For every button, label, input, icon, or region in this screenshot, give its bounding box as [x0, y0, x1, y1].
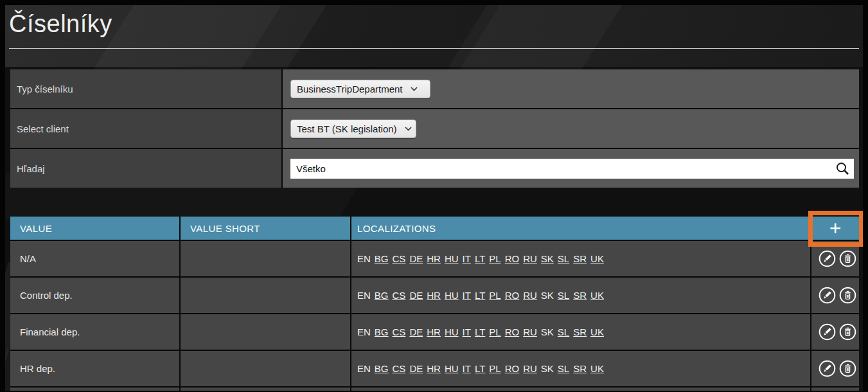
localization-link-ru[interactable]: RU: [523, 326, 537, 337]
delete-button[interactable]: [839, 287, 856, 304]
localization-link-it[interactable]: IT: [463, 253, 471, 264]
client-select-value: Test BT (SK legislation): [297, 123, 397, 134]
table-row: Financial dep. ENBGCSDEHRHUITLTPLRORUSKS…: [10, 314, 859, 350]
form-row-type: Typ číselníku BusinessTripDepartment: [10, 69, 859, 108]
row-localizations: ENBGCSDEHRHUITLTPLRORUSKSLSRUK: [351, 241, 810, 276]
localization-link-de[interactable]: DE: [409, 326, 423, 337]
form-row-client: Select client Test BT (SK legislation): [10, 109, 859, 148]
localization-link-ro[interactable]: RO: [505, 290, 520, 301]
localization-link-sk[interactable]: SK: [541, 253, 554, 264]
localization-link-de[interactable]: DE: [409, 253, 423, 264]
row-localizations: ENBGCSDEHRHUITLTPLRORUSKSLSRUK: [351, 278, 810, 313]
localization-link-sr[interactable]: SR: [573, 253, 587, 264]
localization-link-hu[interactable]: HU: [445, 326, 459, 337]
localization-link-ro[interactable]: RO: [505, 363, 520, 374]
localization-link-lt[interactable]: LT: [475, 290, 485, 301]
trash-icon: [839, 250, 856, 267]
localization-link-ro[interactable]: RO: [505, 253, 520, 264]
localization-link-sl[interactable]: SL: [558, 253, 569, 264]
localization-link-hr[interactable]: HR: [427, 290, 441, 301]
title-divider: [9, 48, 859, 49]
localization-link-bg[interactable]: BG: [375, 326, 389, 337]
localization-link-sr[interactable]: SR: [573, 363, 587, 374]
pencil-icon: [819, 287, 836, 304]
localization-label-en: EN: [357, 326, 371, 337]
row-value-short: [181, 314, 350, 350]
localization-link-ro[interactable]: RO: [505, 326, 520, 337]
search-value-cell: [283, 149, 859, 188]
localization-link-pl[interactable]: PL: [489, 253, 500, 264]
edit-button[interactable]: [819, 250, 836, 267]
filter-form: Typ číselníku BusinessTripDepartment Sel…: [10, 69, 859, 188]
localization-link-de[interactable]: DE: [409, 290, 423, 301]
pencil-icon: [819, 323, 836, 341]
localization-link-it[interactable]: IT: [463, 290, 471, 301]
localization-link-hu[interactable]: HU: [445, 290, 459, 301]
add-button[interactable]: +: [829, 218, 842, 238]
localization-link-cs[interactable]: CS: [393, 253, 406, 264]
row-actions: [811, 351, 859, 386]
edit-button[interactable]: [819, 287, 836, 304]
edit-button[interactable]: [819, 323, 836, 341]
localization-link-sl[interactable]: SL: [558, 363, 569, 374]
localization-link-pl[interactable]: PL: [489, 363, 500, 374]
localization-link-bg[interactable]: BG: [375, 290, 389, 301]
row-localizations: ENBGCSDEHRHUITLTPLRORUSKSLSRUK: [351, 314, 810, 350]
localization-link-it[interactable]: IT: [463, 326, 471, 337]
search-input[interactable]: [290, 159, 854, 179]
localization-link-cs[interactable]: CS: [393, 326, 406, 337]
row-actions: [811, 241, 859, 276]
delete-button[interactable]: [839, 250, 856, 267]
localization-link-bg[interactable]: BG: [375, 253, 389, 264]
localization-label-sk: SK: [541, 326, 554, 337]
localization-link-lt[interactable]: LT: [475, 253, 485, 264]
client-label: Select client: [10, 109, 281, 148]
row-value: Financial dep.: [10, 314, 179, 350]
localization-link-de[interactable]: DE: [409, 363, 423, 374]
edit-button[interactable]: [819, 360, 836, 377]
localization-link-hu[interactable]: HU: [445, 363, 459, 374]
localization-link-uk[interactable]: UK: [590, 290, 604, 301]
app-window: Číselníky Typ číselníku BusinessTripDepa…: [0, 0, 868, 392]
row-actions: [811, 278, 859, 313]
localization-link-hr[interactable]: HR: [427, 363, 441, 374]
localization-link-hr[interactable]: HR: [427, 326, 441, 337]
client-value-cell: Test BT (SK legislation): [283, 109, 859, 148]
localization-link-cs[interactable]: CS: [393, 363, 406, 374]
localization-link-lt[interactable]: LT: [475, 363, 485, 374]
localization-link-lt[interactable]: LT: [475, 326, 485, 337]
localization-link-ru[interactable]: RU: [523, 290, 537, 301]
localization-label-en: EN: [357, 363, 371, 374]
pencil-icon: [819, 250, 836, 267]
localization-link-sl[interactable]: SL: [558, 326, 569, 337]
localization-link-ru[interactable]: RU: [523, 253, 537, 264]
localization-link-uk[interactable]: UK: [590, 253, 604, 264]
table-body: N/A ENBGCSDEHRHUITLTPLRORUSKSLSRUK: [10, 240, 859, 386]
localization-link-it[interactable]: IT: [463, 363, 471, 374]
localization-link-sr[interactable]: SR: [573, 326, 587, 337]
localization-link-sl[interactable]: SL: [558, 290, 569, 301]
header-localizations: LOCALIZATIONS: [351, 217, 810, 240]
type-select[interactable]: BusinessTripDepartment: [290, 80, 430, 98]
localization-link-bg[interactable]: BG: [375, 363, 389, 374]
localization-link-hu[interactable]: HU: [445, 253, 459, 264]
trash-icon: [839, 323, 856, 341]
localization-link-uk[interactable]: UK: [590, 363, 604, 374]
row-value-short: [181, 351, 350, 386]
search-field: [290, 159, 854, 179]
localization-link-ru[interactable]: RU: [523, 363, 537, 374]
table-row: Control dep. ENBGCSDEHRHUITLTPLRORUSKSLS…: [10, 278, 859, 313]
header-actions: +: [811, 217, 859, 240]
localization-link-hr[interactable]: HR: [427, 253, 441, 264]
localization-link-sr[interactable]: SR: [573, 290, 587, 301]
codelist-table: VALUE VALUE SHORT LOCALIZATIONS + N/A EN…: [10, 217, 859, 391]
localization-link-pl[interactable]: PL: [489, 326, 500, 337]
localization-link-cs[interactable]: CS: [393, 290, 406, 301]
type-value-cell: BusinessTripDepartment: [283, 69, 859, 108]
localization-link-uk[interactable]: UK: [590, 326, 604, 337]
delete-button[interactable]: [839, 323, 856, 341]
client-select[interactable]: Test BT (SK legislation): [290, 120, 416, 138]
localization-link-pl[interactable]: PL: [489, 290, 500, 301]
magnifier-icon[interactable]: [835, 161, 850, 176]
delete-button[interactable]: [839, 360, 856, 377]
